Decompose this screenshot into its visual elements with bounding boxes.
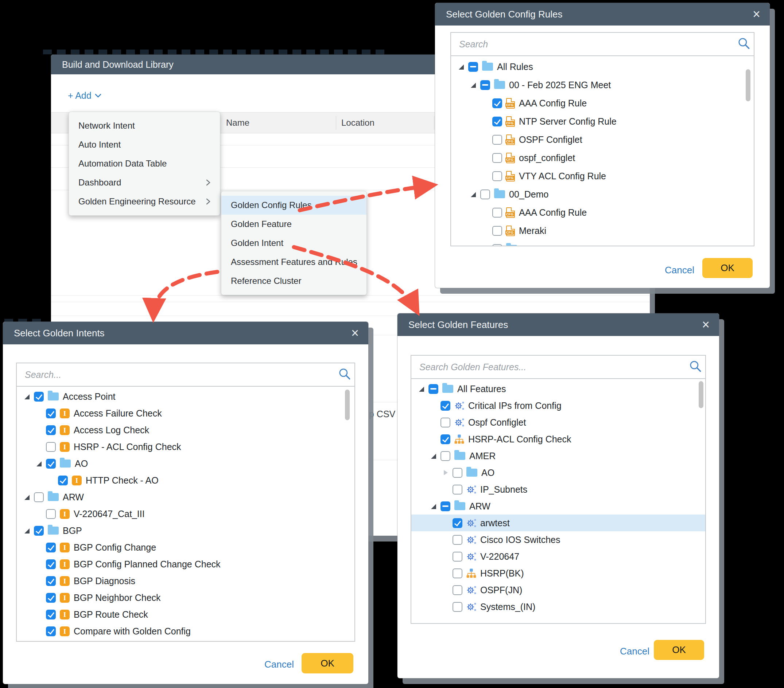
checkbox-checked[interactable] xyxy=(46,593,56,603)
tree-row-selected[interactable]: arwtest xyxy=(411,514,705,531)
tree-row[interactable]: OSPF(JN) xyxy=(411,581,705,598)
ok-button[interactable]: OK xyxy=(654,640,704,660)
cancel-button[interactable]: Cancel xyxy=(620,646,649,657)
checkbox-checked[interactable] xyxy=(46,409,56,418)
expander-open-icon[interactable] xyxy=(36,461,42,466)
tree-row[interactable]: VTY ACL Config Rule xyxy=(451,167,754,185)
checkbox-unchecked[interactable] xyxy=(46,509,56,519)
cancel-button[interactable]: Cancel xyxy=(665,264,694,276)
submenu-item-reference-cluster[interactable]: Reference Cluster xyxy=(221,271,366,291)
tree-row[interactable]: ARW xyxy=(17,489,354,506)
checkbox-unchecked[interactable] xyxy=(453,535,462,545)
submenu-item-assessment-features-and-rules[interactable]: Assessment Features and Rules xyxy=(221,253,366,271)
menu-item-dashboard[interactable]: Dashboard xyxy=(69,173,220,192)
checkbox-unchecked[interactable] xyxy=(453,552,462,562)
scrollbar-thumb[interactable] xyxy=(699,381,703,408)
submenu-item-golden-intent[interactable]: Golden Intent xyxy=(221,233,366,253)
expander-open-icon[interactable] xyxy=(431,453,436,459)
tree-row[interactable]: Ospf Configlet xyxy=(411,414,705,431)
tree-row[interactable]: AAA Config Rule xyxy=(451,204,754,222)
checkbox-checked[interactable] xyxy=(46,459,56,469)
tree-row[interactable]: HSRP(BK) xyxy=(411,565,705,581)
column-header-name[interactable]: Name xyxy=(226,118,249,128)
checkbox-unchecked[interactable] xyxy=(492,208,502,218)
tree-row[interactable]: NTP Server Config Rule xyxy=(451,112,754,130)
tree-row[interactable]: AMER xyxy=(411,448,705,464)
search-icon[interactable] xyxy=(737,36,754,52)
tree-row[interactable]: Cisco IOS Switches xyxy=(411,531,705,548)
tree-row[interactable]: HSRP - ACL Config Check xyxy=(17,438,354,455)
tree-row[interactable]: OSPF Configlet xyxy=(451,130,754,149)
tree-row[interactable]: AAA Config Rule xyxy=(451,94,754,112)
expander-open-icon[interactable] xyxy=(24,394,30,399)
tree-row[interactable]: Meraki xyxy=(451,222,754,240)
checkbox-checked[interactable] xyxy=(34,526,44,536)
expander-open-icon[interactable] xyxy=(470,82,476,88)
checkbox-checked[interactable] xyxy=(46,610,56,619)
tree-row[interactable]: Compare with Golden Config xyxy=(17,623,354,640)
checkbox-checked[interactable] xyxy=(46,543,56,552)
submenu-item-golden-config-rules[interactable]: Golden Config Rules xyxy=(221,196,366,215)
checkbox-unchecked[interactable] xyxy=(34,492,44,502)
tree-row[interactable]: BGP Diagnosis xyxy=(17,573,354,589)
checkbox-checked[interactable] xyxy=(58,476,68,485)
tree-row[interactable]: ospf_configlet xyxy=(451,149,754,167)
checkbox-unchecked[interactable] xyxy=(492,244,502,247)
checkbox-checked[interactable] xyxy=(453,518,462,528)
checkbox-unchecked[interactable] xyxy=(492,135,502,144)
menu-item-auto-intent[interactable]: Auto Intent xyxy=(69,135,220,154)
checkbox-unchecked[interactable] xyxy=(492,153,502,163)
menu-item-golden-engineering-resource[interactable]: Golden Engineering Resource xyxy=(69,192,220,211)
checkbox-unchecked[interactable] xyxy=(453,468,462,478)
scrollbar-thumb[interactable] xyxy=(746,69,751,101)
search-input[interactable] xyxy=(451,39,737,49)
checkbox-unchecked[interactable] xyxy=(453,585,462,595)
tree-row[interactable]: HSRP-ACL Config Check xyxy=(411,431,705,448)
checkbox-checked[interactable] xyxy=(46,626,56,636)
checkbox-unchecked[interactable] xyxy=(480,189,490,199)
ok-button[interactable]: OK xyxy=(702,258,753,278)
checkbox-checked[interactable] xyxy=(46,576,56,586)
menu-item-network-intent[interactable]: Network Intent xyxy=(69,116,220,135)
tree-row[interactable]: V-220647_Cat_III xyxy=(17,506,354,522)
expander-open-icon[interactable] xyxy=(24,494,30,500)
checkbox-checked[interactable] xyxy=(492,117,502,126)
checkbox-checked[interactable] xyxy=(34,392,44,402)
checkbox-unchecked[interactable] xyxy=(440,418,450,427)
expander-open-icon[interactable] xyxy=(458,64,464,70)
checkbox-checked[interactable] xyxy=(46,559,56,569)
tree-row[interactable]: V-220647 xyxy=(411,548,705,565)
checkbox-checked[interactable] xyxy=(46,425,56,435)
close-icon[interactable]: × xyxy=(753,8,760,21)
checkbox-indeterminate[interactable] xyxy=(480,80,490,90)
tree-row[interactable]: 00_Demo xyxy=(451,185,754,204)
tree-row-clipped[interactable] xyxy=(451,240,754,246)
expander-open-icon[interactable] xyxy=(24,528,30,534)
checkbox-checked[interactable] xyxy=(440,401,450,411)
tree-row[interactable]: All Rules xyxy=(451,57,754,76)
checkbox-checked[interactable] xyxy=(440,434,450,444)
checkbox-unchecked[interactable] xyxy=(46,442,56,452)
tree-row[interactable]: All Features xyxy=(411,381,705,397)
tree-row[interactable]: HTTP Check - AO xyxy=(17,472,354,489)
close-icon[interactable]: × xyxy=(702,318,710,331)
tree-row[interactable]: BGP xyxy=(17,522,354,539)
checkbox-indeterminate[interactable] xyxy=(428,384,438,394)
tree-row[interactable]: IP_Subnets xyxy=(411,481,705,498)
expander-open-icon[interactable] xyxy=(431,503,436,509)
tree-row[interactable]: Access Log Check xyxy=(17,422,354,438)
checkbox-unchecked[interactable] xyxy=(440,451,450,461)
tree-row[interactable]: Systems_(IN) xyxy=(411,598,705,615)
tree-row[interactable]: BGP Config Planned Change Check xyxy=(17,556,354,573)
column-header-location[interactable]: Location xyxy=(341,118,374,128)
expander-open-icon[interactable] xyxy=(470,191,476,197)
checkbox-indeterminate[interactable] xyxy=(440,501,450,511)
expander-open-icon[interactable] xyxy=(418,386,425,392)
menu-item-automation-data-table[interactable]: Automation Data Table xyxy=(69,154,220,173)
tree-row[interactable]: 00 - Feb 2025 ENG Meet xyxy=(451,76,754,94)
cancel-button[interactable]: Cancel xyxy=(264,659,294,670)
scrollbar-thumb[interactable] xyxy=(345,389,350,420)
tree-row[interactable]: AO xyxy=(17,455,354,472)
checkbox-unchecked[interactable] xyxy=(453,568,462,578)
search-input[interactable] xyxy=(411,362,688,373)
